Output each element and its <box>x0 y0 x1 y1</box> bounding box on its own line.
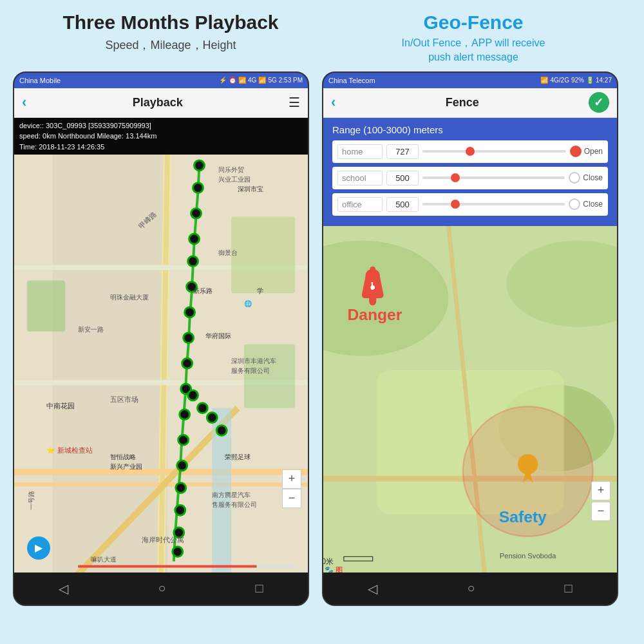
svg-point-19 <box>185 307 195 317</box>
playback-phone: China Mobile ⚡ ⏰ 📶 4G 📶 5G 2:53 PM ‹ Pla… <box>13 71 309 606</box>
playback-map[interactable]: 甲峰路 新安一路 一号路 五区市场 御景台 ⭐ 新城检查站 海岸时代公寓 前海港… <box>14 155 308 573</box>
network-icon: 4G <box>248 77 256 84</box>
fence-home-name[interactable] <box>337 144 383 159</box>
svg-point-14 <box>193 183 204 193</box>
fence-carrier: China Telecom <box>328 77 375 84</box>
fence-wifi-icon: 📶 <box>540 77 548 84</box>
svg-point-30 <box>188 390 198 401</box>
playback-zoom-controls[interactable]: + − <box>282 469 301 508</box>
svg-text:服务有限公司: 服务有限公司 <box>231 367 270 374</box>
fence-home-slider-dot[interactable] <box>466 147 475 156</box>
svg-text:中南花园: 中南花园 <box>46 402 75 410</box>
svg-text:御景台: 御景台 <box>218 249 238 256</box>
playback-carrier: China Mobile <box>19 77 61 84</box>
playback-subtitle: Speed，Mileage，Height <box>19 37 322 53</box>
fence-home-nav-icon[interactable]: ○ <box>467 581 475 596</box>
svg-text:学: 学 <box>257 287 263 294</box>
fence-home-status: Open <box>584 147 603 156</box>
square-nav-icon[interactable]: □ <box>255 581 263 596</box>
fence-office-value[interactable] <box>386 197 419 212</box>
fence-office-status: Close <box>583 200 603 209</box>
play-icon[interactable]: ▶ <box>27 536 50 560</box>
bars-icon: 📶 <box>258 77 266 84</box>
fence-back-nav-icon[interactable]: ◁ <box>368 581 377 596</box>
fence-office-toggle-circle[interactable] <box>569 198 580 210</box>
svg-rect-10 <box>27 281 65 332</box>
svg-text:Safety: Safety <box>499 507 547 525</box>
geofence-desc: In/Out Fence，APP will receive push alert… <box>322 36 625 65</box>
fence-status-bar: China Telecom 📶 4G/2G 92% 🔋 14:27 <box>323 73 617 88</box>
svg-point-24 <box>178 435 189 446</box>
fence-map[interactable]: ! Danger Safety Pension Svoboda 500米 Bai… <box>323 226 617 573</box>
svg-text:荣熙足球: 荣熙足球 <box>225 453 251 460</box>
svg-point-32 <box>207 413 217 423</box>
svg-text:新乐路: 新乐路 <box>193 287 213 294</box>
svg-point-29 <box>173 547 183 557</box>
fence-school-toggle[interactable]: Close <box>569 172 603 184</box>
fence-home-toggle[interactable]: Open <box>570 146 603 157</box>
info-line1: device:: 303C_09993 [359339075909993] <box>19 120 303 131</box>
fence-phone: China Telecom 📶 4G/2G 92% 🔋 14:27 ‹ Fenc… <box>322 71 618 606</box>
svg-point-25 <box>177 460 187 471</box>
fence-zoom-in-button[interactable]: + <box>591 481 611 500</box>
svg-text:Pension Svoboda: Pension Svoboda <box>500 551 556 559</box>
fence-office-slider-dot[interactable] <box>451 200 460 209</box>
svg-point-26 <box>176 483 186 493</box>
svg-text:新兴产业园: 新兴产业园 <box>110 463 142 470</box>
svg-point-33 <box>216 426 227 436</box>
wifi-icon: 📶 <box>238 77 246 84</box>
home-nav-icon[interactable]: ○ <box>158 581 166 596</box>
info-line2: speed: 0km Northbound Mileage: 13.144km <box>19 131 303 142</box>
alarm-icon: ⏰ <box>229 77 236 84</box>
play-button[interactable]: ▶ <box>27 536 50 560</box>
fence-school-value[interactable] <box>386 171 419 185</box>
fence-square-nav-icon[interactable]: □ <box>564 581 572 596</box>
fence-confirm-button[interactable]: ✓ <box>589 92 609 113</box>
svg-text:南方腾星汽车: 南方腾星汽车 <box>212 492 251 499</box>
svg-text:500米: 500米 <box>323 556 334 565</box>
svg-point-27 <box>175 506 185 516</box>
fence-home-slider[interactable] <box>422 150 566 153</box>
fence-row-home: Open <box>332 140 608 163</box>
fence-school-name[interactable] <box>337 171 383 185</box>
fence-home-toggle-circle[interactable] <box>570 146 582 157</box>
svg-text:Danger: Danger <box>347 305 402 323</box>
fence-row-school: Close <box>332 167 608 189</box>
playback-back-button[interactable]: ‹ <box>22 94 26 111</box>
playback-menu-button[interactable]: ☰ <box>289 95 300 110</box>
svg-text:新安一路: 新安一路 <box>78 326 104 333</box>
fence-back-button[interactable]: ‹ <box>331 94 336 111</box>
playback-status-bar: China Mobile ⚡ ⏰ 📶 4G 📶 5G 2:53 PM <box>14 73 308 88</box>
fence-office-toggle[interactable]: Close <box>569 198 603 210</box>
svg-text:智恒战略: 智恒战略 <box>110 453 136 460</box>
svg-text:五区市场: 五区市场 <box>110 395 138 403</box>
zoom-in-button[interactable]: + <box>282 469 301 489</box>
fence-office-name[interactable] <box>337 197 383 212</box>
playback-title: Three Months Playback <box>19 12 322 33</box>
svg-point-20 <box>184 333 194 343</box>
fence-office-slider[interactable] <box>422 203 565 205</box>
svg-text:售服务有限公司: 售服务有限公司 <box>212 502 257 509</box>
fence-home-value[interactable] <box>386 144 419 159</box>
fence-status-icons: 📶 4G/2G 92% 🔋 14:27 <box>540 77 612 84</box>
svg-point-21 <box>182 359 193 369</box>
fence-time: 14:27 <box>596 77 612 84</box>
fence-school-status: Close <box>583 173 603 182</box>
info-line3: Time: 2018-11-23 14:26:35 <box>19 142 303 153</box>
fence-school-slider[interactable] <box>422 176 565 179</box>
svg-rect-11 <box>231 217 295 294</box>
playback-info-bar: device:: 303C_09993 [359339075909993] sp… <box>14 118 308 155</box>
5g-icon: 5G <box>268 77 276 84</box>
fence-zoom-controls[interactable]: + − <box>591 481 611 521</box>
svg-point-13 <box>194 160 205 171</box>
playback-header-title: Playback <box>133 96 183 109</box>
fence-school-slider-dot[interactable] <box>451 173 460 182</box>
svg-text:深圳市宝: 深圳市宝 <box>238 185 263 193</box>
playback-section-header: Three Months Playback Speed，Mileage，Heig… <box>19 12 322 65</box>
fence-zoom-out-button[interactable]: − <box>591 502 611 521</box>
svg-point-15 <box>191 209 202 219</box>
zoom-out-button[interactable]: − <box>282 489 301 508</box>
fence-bottom-nav: ◁ ○ □ <box>323 573 617 605</box>
back-nav-icon[interactable]: ◁ <box>59 581 68 596</box>
fence-school-toggle-circle[interactable] <box>569 172 580 184</box>
